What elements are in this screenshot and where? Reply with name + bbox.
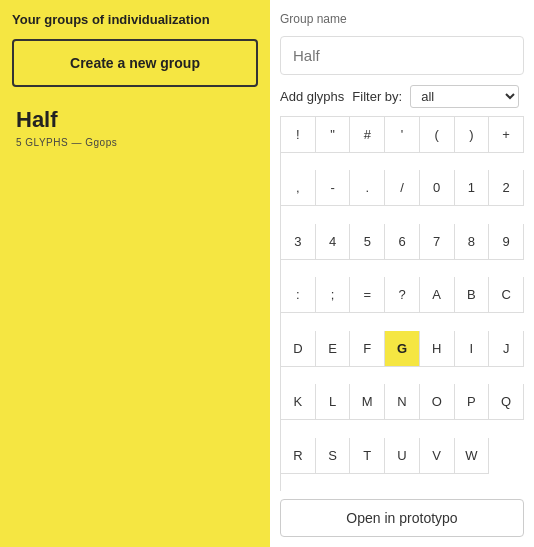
glyph-cell[interactable]: =: [350, 277, 385, 313]
glyph-cell[interactable]: 9: [489, 224, 524, 260]
glyph-cell[interactable]: ;: [316, 277, 351, 313]
group-card-meta: 5 GLYPHS — Ggops: [16, 137, 254, 148]
glyph-cell[interactable]: ): [455, 117, 490, 153]
glyph-cell[interactable]: B: [455, 277, 490, 313]
glyph-cell[interactable]: ": [316, 117, 351, 153]
glyph-cell[interactable]: C: [489, 277, 524, 313]
glyph-cell[interactable]: M: [350, 384, 385, 420]
glyph-cell[interactable]: I: [455, 331, 490, 367]
glyph-cell[interactable]: ,: [281, 170, 316, 206]
glyph-cell[interactable]: G: [385, 331, 420, 367]
group-card: Half 5 GLYPHS — Ggops: [12, 97, 258, 158]
glyph-cell[interactable]: 1: [455, 170, 490, 206]
glyph-grid: !"#'()+,-./0123456789:;=?ABCDEFGHIJKLMNO…: [280, 116, 524, 491]
glyph-cell[interactable]: O: [420, 384, 455, 420]
glyph-cell[interactable]: N: [385, 384, 420, 420]
glyph-cell[interactable]: P: [455, 384, 490, 420]
add-glyphs-row: Add glyphs Filter by: alluppercaselowerc…: [280, 85, 524, 108]
glyph-cell[interactable]: 7: [420, 224, 455, 260]
glyph-cell[interactable]: D: [281, 331, 316, 367]
create-new-group-button[interactable]: Create a new group: [12, 39, 258, 87]
glyph-cell[interactable]: 4: [316, 224, 351, 260]
glyph-cell[interactable]: T: [350, 438, 385, 474]
glyph-cell[interactable]: .: [350, 170, 385, 206]
left-panel: Your groups of individualization Create …: [0, 0, 270, 547]
filter-by-label: Filter by:: [352, 89, 402, 104]
glyph-cell[interactable]: 2: [489, 170, 524, 206]
right-panel: Group name Add glyphs Filter by: alluppe…: [270, 0, 534, 547]
glyph-cell[interactable]: V: [420, 438, 455, 474]
panel-title: Your groups of individualization: [12, 12, 258, 29]
glyph-cell[interactable]: K: [281, 384, 316, 420]
glyph-cell[interactable]: (: [420, 117, 455, 153]
add-glyphs-label: Add glyphs: [280, 89, 344, 104]
glyph-cell[interactable]: S: [316, 438, 351, 474]
group-name-label: Group name: [280, 12, 524, 26]
glyph-cell[interactable]: ?: [385, 277, 420, 313]
glyph-cell[interactable]: 3: [281, 224, 316, 260]
glyph-cell[interactable]: L: [316, 384, 351, 420]
glyph-cell[interactable]: F: [350, 331, 385, 367]
glyph-cell[interactable]: J: [489, 331, 524, 367]
glyph-cell[interactable]: W: [455, 438, 490, 474]
glyph-cell[interactable]: +: [489, 117, 524, 153]
group-name-input[interactable]: [280, 36, 524, 75]
glyph-cell[interactable]: 5: [350, 224, 385, 260]
glyph-cell[interactable]: #: [350, 117, 385, 153]
glyph-cell[interactable]: 8: [455, 224, 490, 260]
glyph-cell[interactable]: R: [281, 438, 316, 474]
glyph-cell[interactable]: E: [316, 331, 351, 367]
open-in-prototypo-button[interactable]: Open in prototypo: [280, 499, 524, 537]
glyph-cell[interactable]: -: [316, 170, 351, 206]
glyph-cell[interactable]: ': [385, 117, 420, 153]
glyph-cell[interactable]: 0: [420, 170, 455, 206]
filter-select[interactable]: alluppercaselowercasenumberssymbols: [410, 85, 519, 108]
glyph-cell[interactable]: H: [420, 331, 455, 367]
glyph-cell[interactable]: U: [385, 438, 420, 474]
glyph-cell[interactable]: !: [281, 117, 316, 153]
glyph-cell[interactable]: Q: [489, 384, 524, 420]
glyph-cell[interactable]: :: [281, 277, 316, 313]
glyph-cell[interactable]: 6: [385, 224, 420, 260]
group-card-name: Half: [16, 107, 254, 133]
glyph-cell[interactable]: A: [420, 277, 455, 313]
glyph-cell[interactable]: /: [385, 170, 420, 206]
